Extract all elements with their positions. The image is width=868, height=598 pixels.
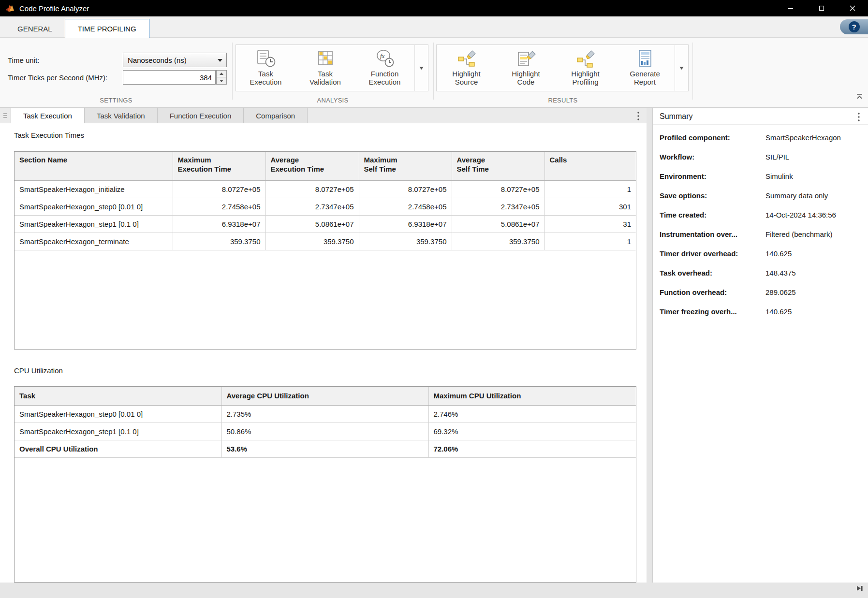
summary-row: Workflow:SIL/PIL (653, 147, 868, 166)
cell-avg-cpu: 50.86% (221, 423, 428, 440)
col-max-self-time[interactable]: Maximum Self Time (359, 152, 452, 180)
col-task[interactable]: Task (15, 387, 221, 405)
col-max-exec-time[interactable]: Maximum Execution Time (173, 152, 265, 180)
col-calls[interactable]: Calls (544, 152, 636, 180)
collapse-ribbon-icon (856, 93, 863, 100)
table-row[interactable]: SmartSpeakerHexagon_step1 [0.1 0] 50.86%… (15, 423, 636, 440)
summary-row: Instrumentation over...Filtered (benchma… (653, 224, 868, 244)
collapse-panel-button[interactable] (856, 585, 864, 594)
cell-section-name: SmartSpeakerHexagon_terminate (15, 233, 173, 250)
summary-row: Task overhead:148.4375 (653, 263, 868, 282)
summary-title: Summary (660, 112, 692, 121)
document-menu-button[interactable] (637, 111, 640, 123)
cell-avg-cpu: 53.6% (221, 440, 428, 457)
doc-tab-task-validation[interactable]: Task Validation (85, 108, 158, 123)
exec-times-heading: Task Execution Times (14, 131, 647, 140)
results-dropdown-button[interactable] (675, 45, 688, 91)
summary-row: Timer freezing overh...140.625 (653, 302, 868, 321)
function-execution-button[interactable]: fx Function Execution (355, 45, 414, 91)
timer-ticks-stepper[interactable] (216, 70, 227, 85)
time-unit-dropdown[interactable]: Nanoseconds (ns) (123, 53, 227, 67)
summary-label: Instrumentation over... (660, 230, 765, 238)
summary-menu-button[interactable] (857, 112, 860, 124)
col-avg-cpu[interactable]: Average CPU Utilization (221, 387, 428, 405)
summary-value: SIL/PIL (765, 153, 789, 161)
summary-label: Function overhead: (660, 288, 765, 296)
close-icon (850, 5, 855, 11)
timer-ticks-input[interactable] (123, 70, 216, 85)
cell-calls: 301 (544, 198, 636, 215)
task-execution-icon (256, 48, 276, 69)
doc-tab-comparison[interactable]: Comparison (244, 108, 308, 123)
summary-label: Task overhead: (660, 269, 765, 277)
highlight-code-button[interactable]: Highlight Code (496, 45, 556, 91)
table-row[interactable]: SmartSpeakerHexagon_terminate 359.3750 3… (15, 233, 636, 250)
chevron-up-icon (220, 73, 223, 75)
stepper-up-button[interactable] (216, 70, 227, 77)
task-validation-button[interactable]: Task Validation (295, 45, 355, 91)
cell-max-exec: 2.7458e+05 (173, 198, 265, 215)
tab-general[interactable]: GENERAL (5, 21, 65, 37)
cell-max-self: 359.3750 (359, 233, 452, 250)
window-title: Code Profile Analyzer (19, 4, 89, 13)
generate-report-button[interactable]: Generate Report (615, 45, 675, 91)
collapse-ribbon-button[interactable] (856, 93, 863, 102)
doc-tab-function-execution[interactable]: Function Execution (158, 108, 244, 123)
task-execution-table-container: Section Name Maximum Execution Time Aver… (14, 151, 636, 350)
chevron-down-icon (220, 80, 223, 82)
maximize-icon (819, 5, 824, 11)
summary-header: Summary (653, 108, 868, 125)
cell-task: SmartSpeakerHexagon_step1 [0.1 0] (15, 423, 221, 440)
cell-avg-exec: 359.3750 (265, 233, 359, 250)
cell-task: Overall CPU Utilization (15, 440, 221, 457)
summary-value: 140.625 (765, 249, 792, 258)
cell-max-cpu: 2.746% (428, 405, 636, 423)
time-unit-value: Nanoseconds (ns) (128, 56, 187, 64)
button-label: Highlight Profiling (566, 70, 605, 86)
summary-value: 14-Oct-2024 14:36:56 (765, 211, 836, 219)
table-row-overall[interactable]: Overall CPU Utilization 53.6% 72.06% (15, 440, 636, 457)
function-execution-icon: fx (375, 48, 395, 69)
section-divider (433, 43, 434, 100)
table-row[interactable]: SmartSpeakerHexagon_step1 [0.1 0] 6.9318… (15, 215, 636, 233)
help-button[interactable]: ? (840, 19, 868, 34)
summary-row: Save options:Summary data only (653, 186, 868, 205)
svg-text:fx: fx (380, 52, 385, 59)
col-section-name[interactable]: Section Name (15, 152, 173, 180)
doc-tab-task-execution[interactable]: Task Execution (11, 108, 85, 123)
analysis-dropdown-button[interactable] (414, 45, 428, 91)
col-avg-exec-time[interactable]: Average Execution Time (265, 152, 359, 180)
table-row[interactable]: SmartSpeakerHexagon_step0 [0.01 0] 2.745… (15, 198, 636, 215)
table-row[interactable]: SmartSpeakerHexagon_initialize 8.0727e+0… (15, 180, 636, 198)
summary-label: Time created: (660, 211, 765, 219)
highlight-profiling-button[interactable]: Highlight Profiling (556, 45, 615, 91)
table-row[interactable]: SmartSpeakerHexagon_step0 [0.01 0] 2.735… (15, 405, 636, 423)
stepper-down-button[interactable] (216, 77, 227, 85)
highlight-source-button[interactable]: Highlight Source (437, 45, 496, 91)
summary-value: 289.0625 (765, 288, 796, 296)
minimize-button[interactable] (775, 0, 806, 16)
cell-avg-exec: 5.0861e+07 (265, 215, 359, 233)
drag-handle-icon[interactable] (0, 108, 11, 123)
summary-label: Timer driver overhead: (660, 249, 765, 258)
task-execution-button[interactable]: Task Execution (236, 45, 295, 91)
summary-value: 140.625 (765, 307, 792, 316)
analysis-group: Task Execution Task Validation (235, 44, 428, 91)
close-button[interactable] (837, 0, 868, 16)
summary-label: Profiled component: (660, 133, 765, 142)
chevron-down-icon (419, 67, 424, 70)
ribbon-tab-bar: GENERAL TIME PROFILING ? (0, 16, 868, 38)
summary-row: Time created:14-Oct-2024 14:36:56 (653, 205, 868, 224)
tab-time-profiling[interactable]: TIME PROFILING (65, 19, 149, 38)
task-execution-table: Section Name Maximum Execution Time Aver… (15, 152, 636, 250)
summary-row: Timer driver overhead:140.625 (653, 244, 868, 263)
col-max-cpu[interactable]: Maximum CPU Utilization (428, 387, 636, 405)
cell-calls: 31 (544, 215, 636, 233)
maximize-button[interactable] (806, 0, 837, 16)
cell-avg-cpu: 2.735% (221, 405, 428, 423)
highlight-profiling-icon (575, 48, 596, 69)
cpu-utilization-table-container: Task Average CPU Utilization Maximum CPU… (14, 386, 636, 583)
summary-row: Function overhead:289.0625 (653, 282, 868, 302)
col-avg-self-time[interactable]: Average Self Time (452, 152, 544, 180)
cell-max-exec: 6.9318e+07 (173, 215, 265, 233)
